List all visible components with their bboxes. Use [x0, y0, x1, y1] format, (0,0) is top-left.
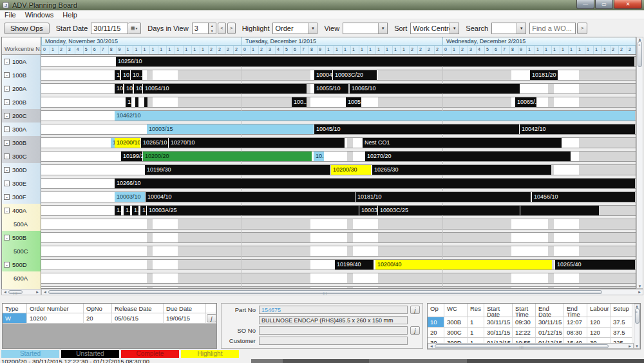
workcentre-row-300B[interactable]: -300B	[2, 136, 41, 150]
orders-cell[interactable]: 05/06/15	[112, 313, 164, 324]
menu-file[interactable]: File	[0, 11, 21, 19]
gantt-bar[interactable]: 10266/10	[115, 179, 635, 188]
gantt-bar[interactable]: 10003C/25	[378, 206, 520, 215]
minimize-icon[interactable]: —	[576, 0, 594, 9]
operations-cell[interactable]: 10	[428, 317, 444, 328]
gantt-bar[interactable]: 10200/10	[115, 138, 140, 148]
gantt-bar[interactable]: 10...	[121, 70, 130, 80]
orders-cell[interactable]: 19/06/15	[164, 313, 206, 324]
workcentre-row-300D[interactable]: -300D	[2, 163, 41, 177]
find-wo-input[interactable]	[529, 23, 576, 34]
scroll-left-icon[interactable]: ◄	[42, 290, 48, 294]
expander-icon[interactable]: -	[4, 140, 10, 146]
workcentre-row-200A[interactable]: -200A	[2, 82, 41, 95]
gantt-bar[interactable]	[135, 97, 138, 107]
maximize-icon[interactable]: ▭	[595, 0, 613, 9]
expander-icon[interactable]: -	[4, 86, 10, 92]
part-no-lookup-button[interactable]: j	[410, 306, 420, 314]
gantt-bar[interactable]: 10199/40	[335, 260, 374, 270]
gantt-bar[interactable]: 100...	[292, 97, 307, 107]
expander-icon[interactable]: -	[4, 167, 10, 173]
gantt-bar[interactable]: 10200/40	[375, 260, 552, 270]
gantt-bar[interactable]	[144, 97, 147, 107]
gantt-bar[interactable]: 10456/10	[532, 192, 635, 202]
orders-cell[interactable]: 20	[84, 313, 112, 324]
workcentre-row-300A[interactable]: -300A	[2, 123, 41, 136]
workcentre-row-300C[interactable]: -300C	[2, 150, 41, 163]
operations-cell[interactable]: 300C	[444, 328, 468, 338]
orders-cell[interactable]: W	[3, 313, 27, 324]
operations-cell[interactable]: 30/11/15	[484, 317, 513, 328]
gantt-bar[interactable]: 1005...	[346, 97, 361, 107]
gantt-bar[interactable]: 10462/10	[115, 111, 635, 121]
operations-row[interactable]: 10300B130/11/1509:3030/11/1512:0712037.5	[428, 317, 634, 328]
orders-table-row[interactable]: W102002005/06/1519/06/15j	[3, 313, 216, 324]
menu-help[interactable]: Help	[58, 11, 82, 19]
gantt-bar[interactable]: 10...	[124, 84, 133, 93]
gantt-bar[interactable]: Nest CO1	[363, 138, 562, 148]
gantt-bar[interactable]: 10003B/2	[359, 206, 377, 215]
expander-icon[interactable]: -	[4, 208, 10, 213]
gantt-bar[interactable]: 10055/10	[314, 84, 348, 93]
operations-vertical-scrollbar[interactable]: ▲ ≡ ▼	[634, 304, 640, 349]
gantt-bar[interactable]: 10200/30	[331, 165, 371, 175]
gantt-bar[interactable]: 1...	[115, 206, 121, 215]
operations-cell[interactable]: 37.5	[611, 328, 632, 338]
scroll-right-icon[interactable]: ►	[34, 290, 41, 294]
gantt-bar[interactable]: 10...	[134, 84, 142, 93]
scroll-right-icon[interactable]: ►	[627, 344, 633, 348]
expander-icon[interactable]: -	[4, 181, 10, 186]
part-no-field[interactable]: 154675	[259, 306, 408, 314]
orders-lookup-button[interactable]: j	[207, 314, 216, 322]
gantt-horizontal-scrollbar[interactable]: ◄ ||| ►	[41, 289, 643, 295]
expander-icon[interactable]: -	[4, 262, 10, 268]
workcentre-row-500B[interactable]: -500B	[2, 231, 41, 244]
scrollbar-thumb[interactable]: ≡	[638, 41, 642, 67]
close-icon[interactable]: ✕	[614, 0, 642, 9]
gantt-bar[interactable]: 10003A/25	[147, 206, 359, 215]
gantt-bar[interactable]: 10265/40	[555, 260, 635, 270]
workcentre-row-500D[interactable]: -500D	[2, 258, 41, 271]
operations-horizontal-scrollbar[interactable]: ◄ ||| ►	[428, 343, 634, 349]
workcentre-row-100B[interactable]: -100B	[2, 68, 41, 82]
next-day-button[interactable]: >	[227, 23, 236, 34]
sort-select[interactable]: Work Centre ▼	[410, 23, 459, 34]
gantt-vertical-scrollbar[interactable]: ▲ ≡ ▼	[636, 37, 643, 289]
so-no-field[interactable]	[259, 326, 408, 335]
scrollbar-thumb[interactable]: |||	[8, 290, 23, 294]
gantt-bar[interactable]: 1...	[124, 206, 130, 215]
calendar-icon[interactable]: ▦▼	[128, 23, 141, 34]
scroll-down-icon[interactable]: ▼	[634, 344, 640, 348]
search-select[interactable]: ▼	[491, 23, 526, 34]
scroll-right-icon[interactable]: ►	[636, 290, 643, 294]
scrollbar-thumb[interactable]: |||	[48, 290, 602, 294]
workcentre-row-400A[interactable]: -400A	[2, 204, 41, 217]
gantt-bar[interactable]: 10003C/20	[333, 70, 377, 80]
stepper-up-icon[interactable]: ▲	[209, 23, 216, 28]
highlight-select[interactable]: Order ▼	[272, 23, 317, 34]
so-no-lookup-button[interactable]: j	[410, 326, 420, 335]
gantt-bar[interactable]: 10181/10	[355, 192, 531, 202]
workcentre-row-500C[interactable]: 500C	[2, 244, 41, 258]
expander-icon[interactable]: -	[4, 153, 10, 159]
view-select[interactable]: ▼	[343, 23, 388, 34]
gantt-bar[interactable]: 10...	[314, 152, 324, 161]
gantt-bar[interactable]: 10003/10	[115, 192, 145, 202]
operations-cell[interactable]: 300B	[444, 317, 468, 328]
gantt-bar[interactable]: 10200/20	[143, 152, 312, 161]
gantt-bar[interactable]: 10045/10	[314, 124, 519, 134]
workcentre-row-300F[interactable]: -300F	[2, 190, 41, 204]
gantt-bar[interactable]: 10256/10	[116, 57, 634, 66]
expander-icon[interactable]: -	[4, 126, 10, 132]
gantt-bar[interactable]: 10199/30	[145, 165, 330, 175]
gantt-bar[interactable]: 10054/10	[143, 84, 307, 93]
scroll-left-icon[interactable]: ◄	[428, 344, 435, 348]
workcentre-row-500A[interactable]: 500A	[2, 217, 41, 231]
gantt-bar[interactable]: 10270/20	[365, 152, 571, 161]
days-in-view-stepper[interactable]: ▲ ▼	[209, 23, 216, 34]
find-go-button[interactable]: >	[577, 23, 587, 34]
gantt-bar[interactable]	[520, 206, 599, 215]
show-ops-button[interactable]: Show Ops	[4, 23, 50, 34]
expander-icon[interactable]: -	[4, 113, 10, 119]
gantt-bar[interactable]: 10003/15	[147, 124, 314, 134]
